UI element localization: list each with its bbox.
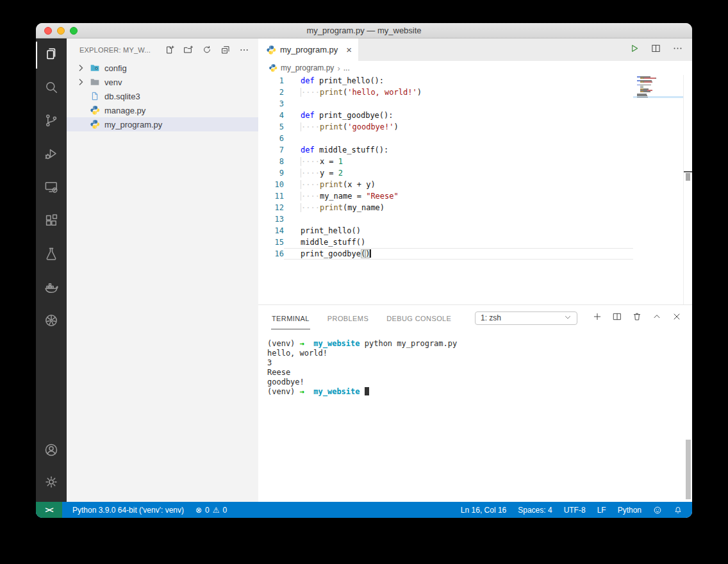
minimap-token bbox=[644, 81, 652, 83]
line-number[interactable]: 10 bbox=[258, 179, 284, 190]
code-line-7[interactable]: 7def middle_stuff(): bbox=[258, 144, 633, 156]
collapse-all-icon[interactable] bbox=[220, 45, 231, 55]
line-number[interactable]: 11 bbox=[258, 190, 284, 202]
chevron-right-icon[interactable] bbox=[76, 77, 86, 87]
terminal-text bbox=[304, 387, 313, 396]
line-number[interactable]: 1 bbox=[258, 75, 284, 87]
activity-remote-explorer[interactable] bbox=[36, 172, 67, 205]
new-terminal-button[interactable] bbox=[592, 311, 602, 324]
code-line-9[interactable]: 9····y = 2 bbox=[258, 167, 633, 179]
python-interpreter-status[interactable]: Python 3.9.0 64-bit ('venv': venv) bbox=[67, 502, 190, 518]
code-line-3[interactable]: 3 bbox=[258, 98, 633, 110]
code-line-11[interactable]: 11····my_name = "Reese" bbox=[258, 190, 633, 202]
code-line-8[interactable]: 8····x = 1 bbox=[258, 156, 633, 167]
panel-tab-terminal[interactable]: TERMINAL bbox=[271, 306, 310, 329]
tab-my-program-py[interactable]: my_program.py × bbox=[258, 38, 358, 61]
code-area[interactable]: 1def print_hello():2····print('hello, wo… bbox=[258, 75, 633, 304]
docker-icon bbox=[44, 279, 59, 297]
more-actions-icon[interactable] bbox=[239, 45, 249, 55]
titlebar[interactable]: my_program.py — my_website bbox=[36, 23, 692, 38]
code-line-content: middle_stuff() bbox=[301, 236, 365, 248]
line-number[interactable]: 2 bbox=[258, 87, 284, 98]
maximize-panel-button[interactable] bbox=[652, 311, 662, 324]
line-number[interactable]: 6 bbox=[258, 133, 284, 144]
eol-status[interactable]: LF bbox=[592, 502, 612, 518]
panel-tab-problems[interactable]: PROBLEMS bbox=[327, 306, 369, 329]
code-line-14[interactable]: 14print_hello() bbox=[258, 225, 633, 236]
language-mode-status[interactable]: Python bbox=[612, 502, 647, 518]
activity-run-debug[interactable] bbox=[36, 138, 67, 172]
code-line-6[interactable]: 6 bbox=[258, 133, 633, 144]
breadcrumb-file[interactable]: my_program.py bbox=[281, 63, 334, 72]
cursor-position-status[interactable]: Ln 16, Col 16 bbox=[455, 502, 512, 518]
code-line-1[interactable]: 1def print_hello(): bbox=[258, 75, 633, 87]
activity-search[interactable] bbox=[36, 72, 67, 105]
problems-status[interactable]: ⊗ 0 ⚠ 0 bbox=[190, 502, 233, 518]
line-number[interactable]: 14 bbox=[258, 225, 284, 236]
line-number[interactable]: 3 bbox=[258, 98, 284, 110]
notifications-bell-icon[interactable] bbox=[668, 502, 688, 518]
prompt-arrow-icon: → bbox=[300, 339, 304, 348]
line-number[interactable]: 4 bbox=[258, 110, 284, 121]
new-file-icon[interactable] bbox=[165, 45, 175, 55]
file-row-my_program.py[interactable]: my_program.py bbox=[67, 117, 258, 131]
breadcrumb-symbol[interactable]: ... bbox=[343, 63, 350, 72]
explorer-icon bbox=[44, 46, 59, 64]
close-panel-button[interactable] bbox=[672, 311, 682, 324]
remote-indicator[interactable]: >< bbox=[36, 502, 62, 518]
line-number[interactable]: 5 bbox=[258, 121, 284, 133]
file-row-config[interactable]: config bbox=[67, 61, 258, 75]
activity-docker[interactable] bbox=[36, 272, 67, 305]
kill-terminal-button[interactable] bbox=[632, 311, 642, 324]
code-line-13[interactable]: 13 bbox=[258, 213, 633, 225]
code-line-5[interactable]: 5····print('goodbye!') bbox=[258, 121, 633, 133]
terminal-text bbox=[304, 339, 313, 348]
terminal-output[interactable]: (venv) → my_website python my_program.py… bbox=[258, 331, 692, 397]
refresh-icon[interactable] bbox=[202, 45, 212, 55]
code-editor[interactable]: 1def print_hello():2····print('hello, wo… bbox=[258, 75, 692, 304]
activity-testing[interactable] bbox=[36, 238, 67, 272]
activity-account[interactable] bbox=[36, 435, 67, 467]
file-row-manage.py[interactable]: manage.py bbox=[67, 103, 258, 117]
file-row-db.sqlite3[interactable]: db.sqlite3 bbox=[67, 89, 258, 103]
line-number[interactable]: 15 bbox=[258, 236, 284, 248]
code-line-10[interactable]: 10····print(x + y) bbox=[258, 179, 633, 190]
encoding-status[interactable]: UTF-8 bbox=[558, 502, 592, 518]
code-token: (x + y) bbox=[343, 180, 376, 189]
activity-extensions[interactable] bbox=[36, 205, 67, 238]
line-number[interactable]: 16 bbox=[258, 248, 284, 260]
line-number[interactable]: 12 bbox=[258, 202, 284, 213]
code-line-16[interactable]: 16print_goodbye() bbox=[258, 248, 633, 260]
code-line-12[interactable]: 12····print(my_name) bbox=[258, 202, 633, 213]
search-icon bbox=[44, 79, 59, 97]
split-editor-button[interactable] bbox=[650, 43, 661, 56]
more-actions-button[interactable] bbox=[672, 43, 683, 56]
terminal-shell-select[interactable]: 1: zsh bbox=[475, 311, 577, 325]
run-python-file-button[interactable] bbox=[629, 43, 640, 56]
line-number[interactable]: 7 bbox=[258, 144, 284, 156]
split-terminal-button[interactable] bbox=[612, 311, 622, 324]
activity-settings[interactable] bbox=[36, 467, 67, 499]
line-number[interactable]: 8 bbox=[258, 156, 284, 167]
activity-explorer[interactable] bbox=[36, 38, 67, 72]
code-line-4[interactable]: 4def print_goodbye(): bbox=[258, 110, 633, 121]
ruler-scrollbar-thumb[interactable] bbox=[686, 173, 690, 181]
overview-ruler[interactable] bbox=[683, 75, 692, 304]
code-line-15[interactable]: 15middle_stuff() bbox=[258, 236, 633, 248]
code-line-2[interactable]: 2····print('hello, world!') bbox=[258, 87, 633, 98]
panel-tab-debug-console[interactable]: DEBUG CONSOLE bbox=[386, 306, 452, 329]
new-folder-icon[interactable] bbox=[183, 45, 194, 55]
code-line-content: ····print('goodbye!') bbox=[301, 121, 399, 133]
file-row-venv[interactable]: venv bbox=[67, 75, 258, 89]
indentation-status[interactable]: Spaces: 4 bbox=[512, 502, 558, 518]
chevron-right-icon[interactable] bbox=[76, 63, 86, 73]
minimap[interactable] bbox=[633, 75, 683, 304]
feedback-icon[interactable] bbox=[647, 502, 668, 518]
line-number[interactable]: 13 bbox=[258, 213, 284, 225]
panel-scrollbar-thumb[interactable] bbox=[686, 440, 691, 499]
close-tab-icon[interactable]: × bbox=[345, 45, 353, 54]
line-number[interactable]: 9 bbox=[258, 167, 284, 179]
activity-kubernetes[interactable] bbox=[36, 305, 67, 338]
status-bar: >< Python 3.9.0 64-bit ('venv': venv) ⊗ … bbox=[36, 502, 692, 518]
activity-source-control[interactable] bbox=[36, 105, 67, 138]
